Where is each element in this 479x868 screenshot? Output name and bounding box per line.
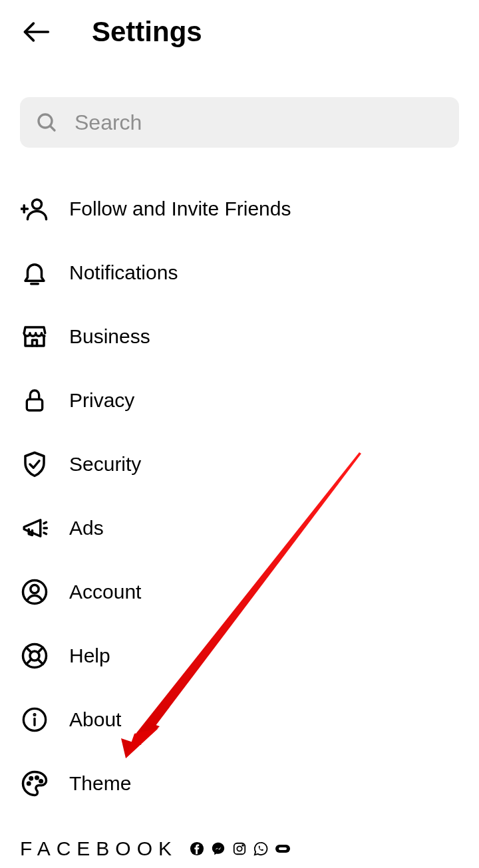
svg-line-18 bbox=[27, 659, 32, 664]
svg-point-29 bbox=[242, 845, 243, 846]
menu-item-theme[interactable]: Theme bbox=[0, 752, 479, 815]
oculus-icon bbox=[275, 843, 291, 854]
menu-item-follow-invite[interactable]: Follow and Invite Friends bbox=[0, 177, 479, 241]
back-arrow-icon bbox=[21, 17, 51, 47]
menu-label: Privacy bbox=[69, 389, 134, 412]
menu-label: Notifications bbox=[69, 261, 178, 284]
svg-point-23 bbox=[30, 777, 33, 780]
menu-label: Help bbox=[69, 645, 110, 667]
menu-item-security[interactable]: Security bbox=[0, 432, 479, 496]
menu-label: Account bbox=[69, 581, 141, 603]
menu-item-account[interactable]: Account bbox=[0, 560, 479, 624]
menu-label: About bbox=[69, 708, 121, 731]
menu-label: Ads bbox=[69, 517, 104, 539]
settings-menu: Follow and Invite Friends Notifications … bbox=[0, 177, 479, 815]
instagram-icon bbox=[232, 841, 247, 856]
palette-icon bbox=[20, 769, 49, 798]
menu-label: Theme bbox=[69, 772, 131, 795]
info-circle-icon bbox=[20, 705, 49, 734]
footer-brand-icons bbox=[190, 841, 291, 856]
lifebuoy-icon bbox=[20, 641, 49, 670]
page-title: Settings bbox=[92, 16, 202, 48]
svg-point-25 bbox=[40, 780, 43, 783]
svg-point-28 bbox=[237, 846, 241, 851]
header: Settings bbox=[0, 0, 479, 64]
svg-line-16 bbox=[38, 659, 43, 664]
svg-point-3 bbox=[33, 200, 42, 209]
menu-item-business[interactable]: Business bbox=[0, 305, 479, 368]
svg-line-15 bbox=[27, 648, 32, 653]
facebook-icon bbox=[190, 841, 204, 856]
svg-line-17 bbox=[38, 648, 43, 653]
svg-line-8 bbox=[44, 522, 47, 523]
svg-point-24 bbox=[36, 777, 39, 780]
menu-item-ads[interactable]: Ads bbox=[0, 496, 479, 560]
lock-icon bbox=[20, 386, 49, 415]
menu-label: Follow and Invite Friends bbox=[69, 198, 291, 220]
person-plus-icon bbox=[20, 194, 49, 223]
back-button[interactable] bbox=[20, 16, 52, 48]
svg-line-10 bbox=[44, 533, 47, 534]
shield-check-icon bbox=[20, 450, 49, 479]
messenger-icon bbox=[211, 841, 226, 856]
megaphone-icon bbox=[20, 513, 49, 543]
account-circle-icon bbox=[20, 577, 49, 607]
footer: FACEBOOK bbox=[20, 837, 291, 860]
menu-item-notifications[interactable]: Notifications bbox=[0, 241, 479, 305]
search-container bbox=[0, 97, 479, 148]
svg-point-12 bbox=[31, 585, 39, 593]
facebook-brand-label: FACEBOOK bbox=[20, 837, 178, 860]
menu-item-help[interactable]: Help bbox=[0, 624, 479, 688]
search-icon bbox=[36, 112, 57, 133]
svg-line-2 bbox=[50, 126, 55, 130]
menu-label: Security bbox=[69, 453, 141, 476]
menu-item-about[interactable]: About bbox=[0, 688, 479, 752]
storefront-icon bbox=[20, 322, 49, 351]
menu-label: Business bbox=[69, 325, 150, 348]
whatsapp-icon bbox=[253, 841, 268, 856]
search-box[interactable] bbox=[20, 97, 459, 148]
bell-icon bbox=[20, 258, 49, 287]
svg-rect-31 bbox=[279, 847, 287, 850]
svg-point-21 bbox=[34, 714, 35, 716]
svg-rect-7 bbox=[27, 399, 42, 410]
search-input[interactable] bbox=[75, 110, 443, 135]
svg-point-22 bbox=[28, 782, 31, 785]
menu-item-privacy[interactable]: Privacy bbox=[0, 368, 479, 432]
